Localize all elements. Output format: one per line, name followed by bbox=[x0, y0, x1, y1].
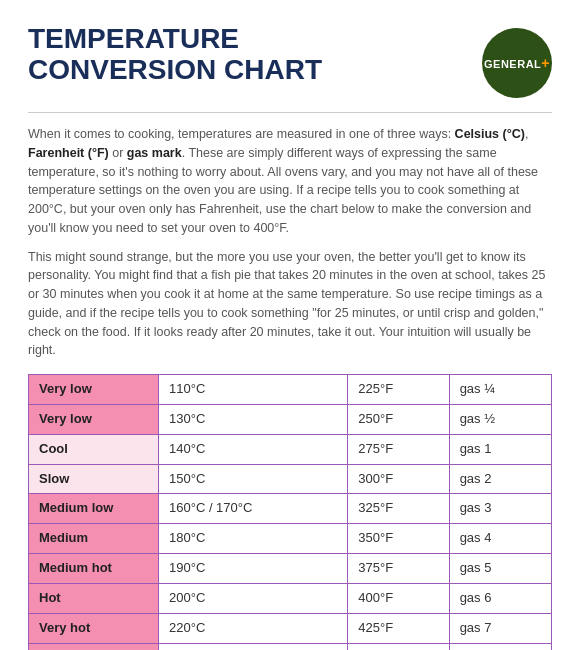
row-label: Medium hot bbox=[29, 554, 159, 584]
row-fahrenheit: 250°F bbox=[348, 404, 449, 434]
row-celsius: 220°C bbox=[159, 613, 348, 643]
page-title: TEMPERATURE CONVERSION CHART bbox=[28, 24, 428, 86]
row-label: Very hot bbox=[29, 643, 159, 650]
row-celsius: 130°C bbox=[159, 404, 348, 434]
row-celsius: 190°C bbox=[159, 554, 348, 584]
row-gas: gas 8 bbox=[449, 643, 551, 650]
table-row: Medium hot190°C375°Fgas 5 bbox=[29, 554, 552, 584]
row-fahrenheit: 400°F bbox=[348, 583, 449, 613]
table-row: Very hot220°C425°Fgas 7 bbox=[29, 613, 552, 643]
row-celsius: 110°C bbox=[159, 375, 348, 405]
table-row: Very low110°C225°Fgas ¼ bbox=[29, 375, 552, 405]
row-celsius: 200°C bbox=[159, 583, 348, 613]
conversion-table: Very low110°C225°Fgas ¼Very low130°C250°… bbox=[28, 374, 552, 650]
intro-paragraph-2: This might sound strange, but the more y… bbox=[28, 248, 552, 361]
row-celsius: 180°C bbox=[159, 524, 348, 554]
row-gas: gas 3 bbox=[449, 494, 551, 524]
row-label: Medium low bbox=[29, 494, 159, 524]
row-gas: gas ¼ bbox=[449, 375, 551, 405]
row-celsius: 160°C / 170°C bbox=[159, 494, 348, 524]
row-fahrenheit: 450°F bbox=[348, 643, 449, 650]
row-gas: gas 7 bbox=[449, 613, 551, 643]
table-row: Cool140°C275°Fgas 1 bbox=[29, 434, 552, 464]
row-label: Hot bbox=[29, 583, 159, 613]
general-badge: GENERAL+ bbox=[482, 28, 552, 98]
row-fahrenheit: 325°F bbox=[348, 494, 449, 524]
row-label: Very hot bbox=[29, 613, 159, 643]
row-label: Slow bbox=[29, 464, 159, 494]
intro-paragraph-1: When it comes to cooking, temperatures a… bbox=[28, 125, 552, 238]
row-celsius: 140°C bbox=[159, 434, 348, 464]
row-fahrenheit: 350°F bbox=[348, 524, 449, 554]
row-gas: gas ½ bbox=[449, 404, 551, 434]
row-fahrenheit: 375°F bbox=[348, 554, 449, 584]
row-fahrenheit: 225°F bbox=[348, 375, 449, 405]
header-area: TEMPERATURE CONVERSION CHART GENERAL+ bbox=[28, 24, 552, 98]
row-celsius: 150°C bbox=[159, 464, 348, 494]
row-fahrenheit: 300°F bbox=[348, 464, 449, 494]
row-gas: gas 2 bbox=[449, 464, 551, 494]
table-row: Medium low160°C / 170°C325°Fgas 3 bbox=[29, 494, 552, 524]
row-fahrenheit: 425°F bbox=[348, 613, 449, 643]
row-celsius: 230°C bbox=[159, 643, 348, 650]
table-row: Very low130°C250°Fgas ½ bbox=[29, 404, 552, 434]
row-gas: gas 1 bbox=[449, 434, 551, 464]
badge-plus: + bbox=[541, 55, 550, 71]
badge-label: GENERAL+ bbox=[484, 53, 550, 73]
row-fahrenheit: 275°F bbox=[348, 434, 449, 464]
divider bbox=[28, 112, 552, 113]
table-row: Hot200°C400°Fgas 6 bbox=[29, 583, 552, 613]
table-row: Slow150°C300°Fgas 2 bbox=[29, 464, 552, 494]
table-row: Very hot230°C450°Fgas 8 bbox=[29, 643, 552, 650]
row-label: Very low bbox=[29, 404, 159, 434]
row-label: Very low bbox=[29, 375, 159, 405]
row-label: Cool bbox=[29, 434, 159, 464]
row-gas: gas 6 bbox=[449, 583, 551, 613]
table-row: Medium180°C350°Fgas 4 bbox=[29, 524, 552, 554]
row-gas: gas 4 bbox=[449, 524, 551, 554]
row-gas: gas 5 bbox=[449, 554, 551, 584]
row-label: Medium bbox=[29, 524, 159, 554]
